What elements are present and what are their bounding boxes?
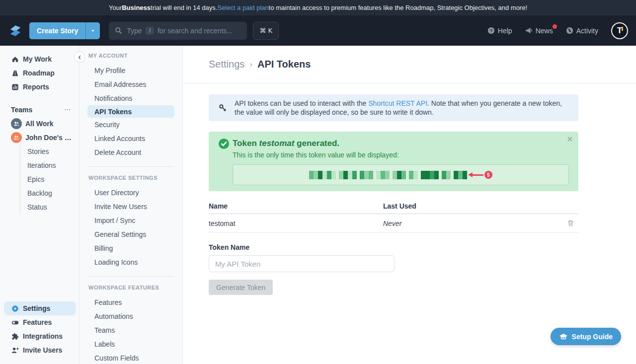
roadmap-icon [11,69,19,77]
activity-button[interactable]: Activity [566,27,598,35]
settings-nav-linked-accounts[interactable]: Linked Accounts [80,132,182,146]
breadcrumb: Settings › API Tokens [183,46,636,83]
sidebar-item-label: Settings [23,304,50,312]
select-paid-plan-link[interactable]: Select a paid plan [217,4,268,11]
trial-text-prefix: Your [109,4,122,11]
sidebar-bottom-group: Settings Features Integrations Invite Us… [0,301,79,364]
avatar-initial: T [617,26,622,36]
news-button[interactable]: News [525,27,553,35]
settings-nav-invite-new-users[interactable]: Invite New Users [80,200,182,214]
arrow-line [473,174,483,176]
svg-text:?: ? [489,28,492,33]
shortcut-rest-api-link[interactable]: Shortcut REST API [368,99,427,107]
settings-nav-notifications[interactable]: Notifications [80,91,182,105]
sidebar-item-reports[interactable]: Reports [0,80,79,94]
activity-label[interactable]: Activity [576,27,598,35]
primary-sidebar: My Work Roadmap Reports Teams All Wor [0,46,80,364]
trial-plan-name: Business [122,4,151,11]
settings-navigation: MY ACCOUNT My Profile Email Addresses No… [80,46,183,364]
settings-nav-import-sync[interactable]: Import / Sync [80,214,182,227]
sidebar-item-label: Integrations [23,332,63,340]
sidebar-item-epics[interactable]: Epics [20,172,79,186]
chevron-left-icon [77,55,82,60]
activity-icon [566,27,573,34]
settings-nav-billing[interactable]: Billing [80,241,182,255]
search-icon [115,27,122,34]
setup-guide-button[interactable]: Setup Guide [551,328,621,345]
sidebar-item-integrations[interactable]: Integrations [0,329,79,343]
help-label[interactable]: Help [498,27,512,35]
trial-text-suffix: to maintain access to premium features l… [269,4,527,11]
settings-nav-labels[interactable]: Labels [80,337,182,351]
setup-guide-label: Setup Guide [572,333,613,341]
news-label[interactable]: News [536,27,553,35]
sidebar-item-backlog[interactable]: Backlog [20,186,79,200]
create-story-button[interactable]: Create Story [29,22,100,39]
close-icon[interactable] [567,136,573,142]
settings-nav-features[interactable]: Features [80,295,182,309]
user-avatar[interactable]: T [611,22,628,39]
sidebar-item-status[interactable]: Status [20,200,79,214]
settings-nav-teams[interactable]: Teams [80,323,182,337]
team-label: John Doe's Te... [25,134,75,142]
settings-section-title: WORKSPACE SETTINGS [80,175,182,181]
sidebar-item-invite-users[interactable]: Invite Users [0,343,79,357]
news-notification-dot [553,24,557,29]
info-text: API tokens can be used to interact with … [235,99,568,117]
home-icon [11,55,19,63]
settings-nav-general-settings[interactable]: General Settings [80,227,182,241]
settings-nav-my-profile[interactable]: My Profile [80,64,182,77]
chevron-down-icon[interactable] [85,22,100,39]
trash-icon[interactable] [567,219,574,227]
settings-nav-custom-fields[interactable]: Custom Fields [80,351,182,364]
teams-header-label: Teams [11,106,32,114]
gear-icon [11,304,19,312]
token-generated-title: Token testomat generated. [233,138,569,148]
shortcut-logo-icon[interactable] [8,23,23,38]
puzzle-icon [11,332,19,340]
api-tokens-info-box: API tokens can be used to interact with … [209,94,578,121]
settings-nav-security[interactable]: Security [80,118,182,132]
search-type-label: Type [127,27,142,35]
sidebar-item-settings[interactable]: Settings [4,301,76,315]
sidebar-item-my-work[interactable]: My Work [0,52,79,66]
person-add-icon [11,346,19,354]
token-value-box: 5 [233,164,569,185]
settings-nav-api-tokens[interactable]: API Tokens [87,105,174,118]
settings-nav-user-directory[interactable]: User Directory [80,186,182,200]
settings-nav-automations[interactable]: Automations [80,309,182,323]
sidebar-item-features[interactable]: Features [0,315,79,329]
trial-banner: Your Business trial will end in 14 days.… [0,0,636,15]
settings-nav-delete-account[interactable]: Delete Account [80,146,182,159]
sidebar-item-john-does-team[interactable]: John Doe's Te... [0,131,79,145]
divider [87,276,174,277]
sidebar-item-stories[interactable]: Stories [20,145,79,158]
team-avatar-icon [11,118,22,129]
arrow-head-icon [468,172,473,177]
main-content: Settings › API Tokens API tokens can be … [183,46,636,364]
team-sub-navigation: Stories Iterations Epics Backlog Status [20,145,79,214]
settings-section-title: WORKSPACE FEATURES [80,285,182,291]
settings-section-title: MY ACCOUNT [80,53,182,59]
divider [87,166,174,167]
search-placeholder: for search and recents... [158,27,233,35]
breadcrumb-settings-link[interactable]: Settings [209,59,244,70]
top-navigation: Create Story Type / for search and recen… [0,15,636,46]
ellipsis-icon[interactable] [64,106,71,113]
sidebar-item-roadmap[interactable]: Roadmap [0,66,79,80]
token-name-label: Token Name [209,243,578,251]
sidebar-item-iterations[interactable]: Iterations [20,158,79,172]
collapse-sidebar-button[interactable] [74,52,85,63]
create-story-label[interactable]: Create Story [29,22,85,39]
generate-token-button[interactable]: Generate Token [209,280,273,295]
sidebar-item-label: Reports [23,83,49,91]
settings-nav-email-addresses[interactable]: Email Addresses [80,77,182,91]
table-header: Name Last Used [209,202,578,214]
sidebar-item-all-work[interactable]: All Work [0,117,79,131]
token-name-input[interactable] [209,255,395,272]
settings-nav-loading-icons[interactable]: Loading Icons [80,255,182,269]
search-input[interactable]: Type / for search and recents... [109,22,247,40]
toggle-icon [11,318,19,326]
tokens-table: Name Last Used testomat Never [209,202,578,233]
help-button[interactable]: ? Help [487,27,512,35]
